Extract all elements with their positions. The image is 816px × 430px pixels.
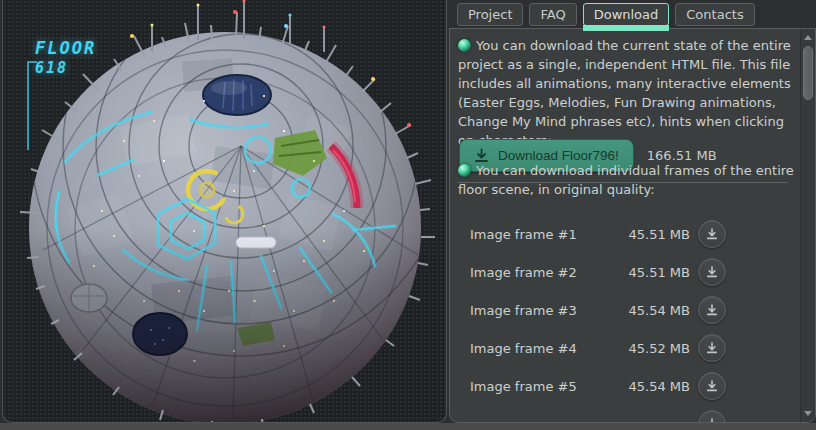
panel-scrollbar[interactable] xyxy=(800,29,815,422)
frame-row: Image frame #1 45.51 MB xyxy=(458,215,726,253)
scrollbar-down-button[interactable] xyxy=(801,406,815,421)
frame-download-button[interactable] xyxy=(698,258,726,286)
green-bullet-icon xyxy=(458,164,471,177)
download-icon xyxy=(706,228,718,240)
frame-label: Image frame #2 xyxy=(458,265,577,280)
frame-size: 45.54 MB xyxy=(629,379,690,394)
tab-bar: Project FAQ Download Contacts xyxy=(450,0,816,29)
frame-label: Image frame #1 xyxy=(458,227,577,242)
download-tab-panel: You can download the current state of th… xyxy=(449,28,816,423)
frame-size: 45.51 MB xyxy=(629,265,690,280)
floor-number-label: FLOOR 618 xyxy=(35,40,96,76)
frame-size: 45.51 MB xyxy=(629,227,690,242)
green-bullet-icon xyxy=(458,39,471,52)
scrollbar-thumb[interactable] xyxy=(803,46,813,100)
frame-download-button[interactable] xyxy=(698,372,726,400)
frame-row: Image frame #3 45.54 MB xyxy=(458,291,726,329)
frames-list: Image frame #1 45.51 MB Image frame #2 4… xyxy=(458,215,726,423)
frame-size: 45.52 MB xyxy=(629,341,690,356)
frame-label: Image frame #4 xyxy=(458,341,577,356)
tab-faq[interactable]: FAQ xyxy=(529,3,576,26)
triangle-up-icon xyxy=(804,35,812,40)
tab-download[interactable]: Download xyxy=(583,3,670,26)
frames-paragraph: You can download individual frames of th… xyxy=(458,161,794,199)
frame-row: Image frame #2 45.51 MB xyxy=(458,253,726,291)
tab-contacts[interactable]: Contacts xyxy=(675,3,754,26)
frame-download-button[interactable] xyxy=(698,334,726,362)
tab-project[interactable]: Project xyxy=(457,3,523,26)
frame-row-partial xyxy=(458,405,726,423)
download-icon xyxy=(706,380,718,392)
frame-download-button[interactable] xyxy=(698,220,726,248)
frame-download-button[interactable] xyxy=(698,410,726,423)
triangle-down-icon xyxy=(804,411,812,416)
station-scene-canvas[interactable]: FLOOR 618 xyxy=(2,0,447,423)
project-download-text: You can download the current state of th… xyxy=(458,38,791,148)
frames-intro-text: You can download individual frames of th… xyxy=(458,163,794,197)
frame-label: Image frame #3 xyxy=(458,303,577,318)
frame-size: 45.54 MB xyxy=(629,303,690,318)
floor-label-number: 618 xyxy=(35,61,96,76)
page-bottom-edge xyxy=(0,423,816,430)
download-icon xyxy=(706,266,718,278)
frame-label: Image frame #5 xyxy=(458,379,577,394)
frame-row: Image frame #4 45.52 MB xyxy=(458,329,726,367)
frame-row: Image frame #5 45.54 MB xyxy=(458,367,726,405)
frame-download-button[interactable] xyxy=(698,296,726,324)
download-icon xyxy=(706,342,718,354)
scrollbar-up-button[interactable] xyxy=(801,30,815,45)
project-download-paragraph: You can download the current state of th… xyxy=(458,36,794,150)
download-icon xyxy=(706,304,718,316)
floor-label-word: FLOOR xyxy=(35,40,96,57)
